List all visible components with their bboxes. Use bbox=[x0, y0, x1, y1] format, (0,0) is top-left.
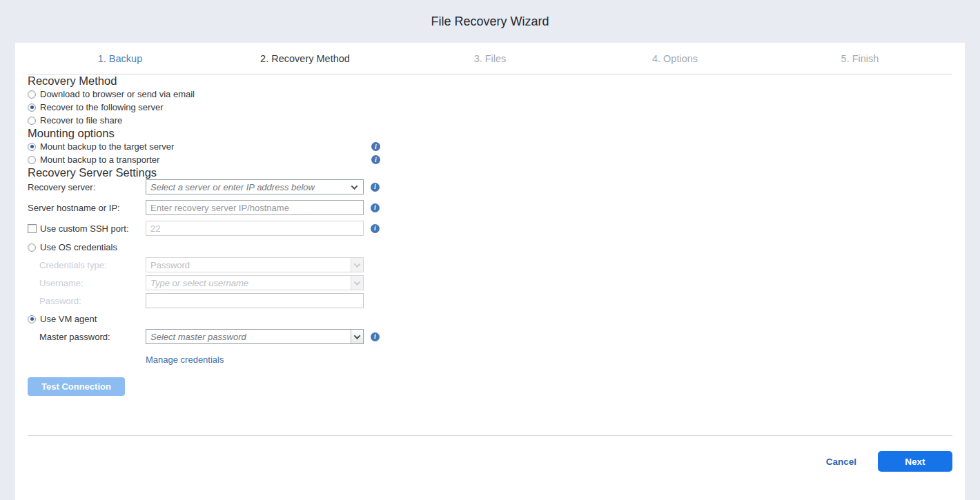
recovery-server-label: Recovery server: bbox=[28, 182, 146, 192]
radio-label: Mount backup to the target server bbox=[40, 141, 174, 152]
chevron-down-icon bbox=[354, 261, 361, 268]
select-trigger bbox=[351, 276, 363, 290]
radio-icon bbox=[28, 156, 36, 164]
recovery-server-select[interactable]: Select a server or enter IP address belo… bbox=[146, 179, 364, 194]
radio-label: Download to browser or send via email bbox=[40, 89, 195, 99]
username-row: Username: Type or select username bbox=[28, 275, 952, 290]
step-backup[interactable]: 1. Backup bbox=[28, 53, 213, 64]
credentials-type-row: Credentials type: Password bbox=[28, 257, 952, 272]
radio-recover-to-server[interactable]: Recover to the following server bbox=[28, 101, 952, 114]
ssh-port-input bbox=[146, 221, 364, 236]
select-trigger bbox=[351, 258, 363, 272]
page-title: File Recovery Wizard bbox=[431, 14, 549, 29]
ssh-port-row: Use custom SSH port: i bbox=[28, 221, 952, 236]
radio-label: Use OS credentials bbox=[40, 242, 117, 252]
info-icon[interactable]: i bbox=[371, 155, 380, 164]
wizard-panel: 1. Backup 2. Recovery Method 3. Files 4.… bbox=[15, 43, 965, 500]
credentials-type-select: Password bbox=[146, 257, 364, 272]
hostname-label: Server hostname or IP: bbox=[28, 203, 146, 213]
step-recovery-method[interactable]: 2. Recovery Method bbox=[213, 53, 398, 64]
radio-label: Mount backup to a transporter bbox=[40, 154, 159, 165]
selected-value: Select a server or enter IP address belo… bbox=[146, 182, 352, 192]
master-password-select[interactable]: Select master password bbox=[146, 329, 364, 344]
step-files: 3. Files bbox=[398, 53, 582, 64]
radio-icon bbox=[28, 117, 36, 125]
radio-icon bbox=[28, 103, 36, 112]
radio-mount-target-server[interactable]: Mount backup to the target server i bbox=[28, 140, 380, 153]
radio-os-credentials[interactable]: Use OS credentials bbox=[28, 241, 952, 253]
radio-icon bbox=[28, 90, 36, 99]
password-row: Password: bbox=[28, 293, 952, 308]
step-options: 4. Options bbox=[582, 53, 767, 64]
chevron-down-icon bbox=[351, 183, 358, 190]
username-label: Username: bbox=[28, 278, 146, 288]
ssh-port-checkbox-row[interactable]: Use custom SSH port: bbox=[28, 223, 146, 234]
master-password-label: Master password: bbox=[28, 332, 146, 342]
password-input bbox=[146, 293, 364, 308]
info-icon[interactable]: i bbox=[371, 183, 380, 192]
checkbox-icon bbox=[28, 224, 37, 233]
ssh-port-label: Use custom SSH port: bbox=[40, 223, 129, 234]
footer: Cancel Next bbox=[15, 436, 965, 472]
recovery-method-heading: Recovery Method bbox=[28, 74, 952, 88]
server-settings-heading: Recovery Server Settings bbox=[28, 166, 952, 179]
radio-mount-transporter[interactable]: Mount backup to a transporter i bbox=[28, 153, 380, 166]
info-icon[interactable]: i bbox=[371, 224, 380, 233]
next-button[interactable]: Next bbox=[878, 451, 952, 472]
info-icon[interactable]: i bbox=[371, 142, 380, 151]
selected-value: Password bbox=[146, 260, 351, 270]
hostname-row: Server hostname or IP: i bbox=[28, 200, 952, 215]
recovery-server-row: Recovery server: Select a server or ente… bbox=[28, 179, 952, 194]
test-connection-button: Test Connection bbox=[28, 377, 125, 396]
select-trigger bbox=[351, 330, 363, 343]
radio-download-browser[interactable]: Download to browser or send via email bbox=[28, 88, 952, 101]
hostname-input[interactable] bbox=[146, 200, 364, 215]
cancel-button[interactable]: Cancel bbox=[822, 456, 861, 468]
radio-icon bbox=[28, 243, 36, 252]
wizard-header: File Recovery Wizard bbox=[0, 0, 980, 43]
chevron-down-icon bbox=[354, 279, 361, 286]
credentials-type-label: Credentials type: bbox=[28, 260, 146, 270]
wizard-content: Recovery Method Download to browser or s… bbox=[15, 74, 965, 396]
info-icon[interactable]: i bbox=[371, 332, 380, 341]
radio-recover-to-file-share[interactable]: Recover to file share bbox=[28, 114, 952, 127]
wizard-steps: 1. Backup 2. Recovery Method 3. Files 4.… bbox=[28, 43, 952, 74]
manage-credentials-link[interactable]: Manage credentials bbox=[146, 354, 224, 365]
password-label: Password: bbox=[28, 296, 146, 306]
radio-vm-agent[interactable]: Use VM agent bbox=[28, 313, 952, 325]
radio-label: Recover to the following server bbox=[40, 102, 163, 112]
info-icon[interactable]: i bbox=[371, 203, 380, 212]
radio-icon bbox=[28, 315, 36, 323]
chevron-down-icon bbox=[354, 332, 361, 339]
radio-icon bbox=[28, 143, 36, 151]
radio-label: Recover to file share bbox=[40, 115, 122, 126]
username-select: Type or select username bbox=[146, 275, 364, 290]
step-finish: 5. Finish bbox=[767, 53, 952, 64]
radio-label: Use VM agent bbox=[40, 314, 97, 324]
master-password-row: Master password: Select master password … bbox=[28, 329, 952, 344]
mounting-options-heading: Mounting options bbox=[28, 127, 952, 140]
selected-value: Type or select username bbox=[146, 278, 351, 288]
selected-value: Select master password bbox=[146, 332, 351, 342]
